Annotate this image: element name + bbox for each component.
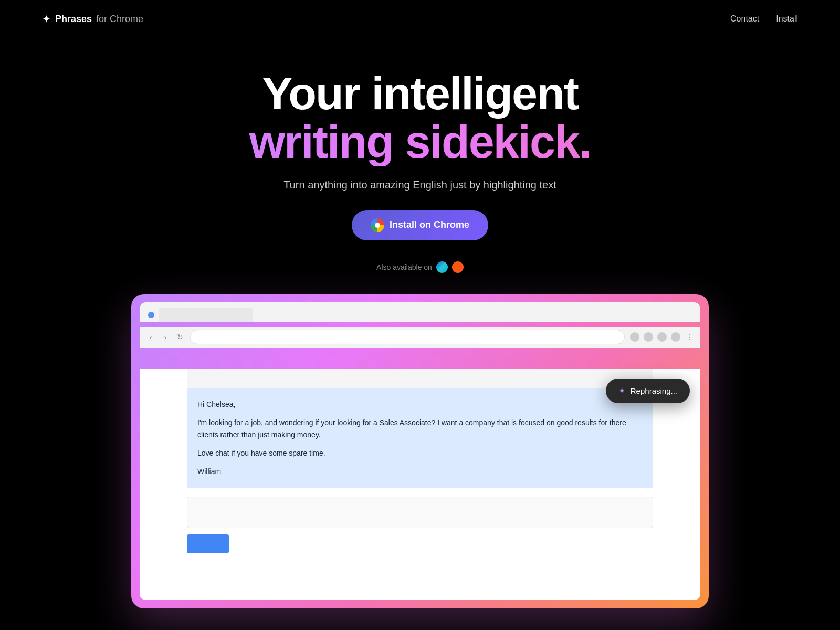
sparkle-icon: ✦ <box>618 386 625 396</box>
back-button[interactable]: ‹ <box>146 332 155 342</box>
extension-icon-3[interactable] <box>657 332 667 342</box>
browser-topbar <box>148 308 692 322</box>
browser-tab-indicator <box>148 312 154 318</box>
rephrasing-popup: ✦ Rephrasing... <box>606 379 690 403</box>
rephrasing-label: Rephrasing... <box>631 386 677 395</box>
browser-toolbar: ‹ › ↻ ⋮ <box>140 327 700 348</box>
edge-browser-icon <box>436 261 448 273</box>
browser-tab[interactable] <box>159 308 253 322</box>
hero-title-line2: writing sidekick. <box>42 118 798 166</box>
logo-suffix: for Chrome <box>96 14 143 25</box>
email-compose-area[interactable] <box>187 497 653 528</box>
browser-action-icons: ⋮ <box>630 332 694 342</box>
send-button[interactable] <box>187 534 229 553</box>
email-greeting: Hi Chelsea, <box>197 398 643 411</box>
profile-icon[interactable] <box>671 332 680 342</box>
reload-button[interactable]: ↻ <box>175 332 185 342</box>
also-available-text: Also available on <box>376 263 432 271</box>
nav-install[interactable]: Install <box>776 14 798 24</box>
email-signature: William <box>197 466 643 478</box>
cta-label: Install on Chrome <box>390 219 469 230</box>
browser-content: ✦ Rephrasing... Hi Chelsea, I'm looking … <box>140 369 700 600</box>
install-chrome-button[interactable]: Install on Chrome <box>352 210 488 240</box>
hero-title-line1: Your intelligent <box>42 69 798 118</box>
mockup-wrapper: ‹ › ↻ ⋮ ✦ Rephrasing... Hi Chels <box>0 294 840 630</box>
forward-button[interactable]: › <box>161 332 170 342</box>
nav-links: Contact Install <box>730 14 798 24</box>
logo: ✦ Phrases for Chrome <box>42 13 143 25</box>
mockup-outer: ‹ › ↻ ⋮ ✦ Rephrasing... Hi Chels <box>131 294 709 608</box>
email-body2: Love chat if you have some spare time. <box>197 447 643 459</box>
logo-brand: Phrases <box>55 14 92 25</box>
hero-title: Your intelligent writing sidekick. <box>42 69 798 166</box>
also-available: Also available on <box>42 261 798 273</box>
extension-icon-2[interactable] <box>644 332 653 342</box>
email-body1: I'm looking for a job, and wondering if … <box>197 417 643 441</box>
brave-browser-icon <box>452 261 464 273</box>
nav-contact[interactable]: Contact <box>730 14 759 24</box>
extension-icon-1[interactable] <box>630 332 639 342</box>
browser-chrome <box>140 302 700 322</box>
hero-section: Your intelligent writing sidekick. Turn … <box>0 38 840 294</box>
hero-subtitle: Turn anything into amazing English just … <box>42 179 798 191</box>
logo-icon: ✦ <box>42 13 51 25</box>
url-bar[interactable] <box>190 330 625 344</box>
navbar: ✦ Phrases for Chrome Contact Install <box>0 0 840 38</box>
chrome-icon <box>371 218 384 232</box>
menu-button[interactable]: ⋮ <box>685 332 694 342</box>
email-body: Hi Chelsea, I'm looking for a job, and w… <box>187 388 653 488</box>
email-toolbar <box>187 369 653 388</box>
